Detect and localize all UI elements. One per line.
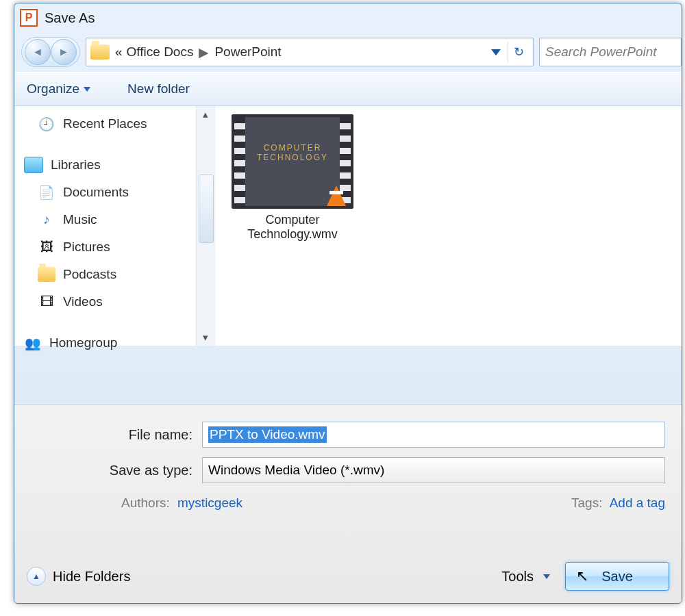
scroll-up-icon[interactable]: ▴ <box>197 106 214 123</box>
breadcrumb-prefix: « <box>115 44 123 60</box>
recent-places-icon: 🕘 <box>38 116 55 131</box>
authors-value[interactable]: mysticgeek <box>177 496 242 510</box>
sidebar-item-documents[interactable]: 📄 Documents <box>38 179 214 206</box>
authors-label: Authors: <box>121 496 170 510</box>
refresh-button[interactable]: ↻ <box>508 42 529 62</box>
toolbar: Organize New folder <box>14 72 682 106</box>
film-sprocket-icon <box>234 117 245 206</box>
tags-value[interactable]: Add a tag <box>610 496 665 510</box>
nav-row: ◄ ► « Office Docs ▶ PowerPoint ↻ Search … <box>14 32 682 72</box>
cursor-icon: ↖ <box>576 567 588 585</box>
window-title: Save As <box>45 10 95 26</box>
sidebar-item-libraries[interactable]: Libraries <box>24 151 214 179</box>
sidebar-item-label: Recent Places <box>63 116 147 131</box>
hide-folders-button[interactable]: Hide Folders <box>53 569 130 585</box>
libraries-icon <box>24 157 43 173</box>
vlc-cone-icon <box>326 185 347 207</box>
tags-label: Tags: <box>571 496 602 510</box>
save-as-type-value: Windows Media Video (*.wmv) <box>208 463 384 478</box>
chevron-down-icon <box>543 574 550 579</box>
collapse-icon[interactable]: ▲ <box>27 567 46 586</box>
sidebar-item-pictures[interactable]: 🖼 Pictures <box>38 233 214 261</box>
homegroup-icon: 👥 <box>24 335 42 350</box>
music-icon: ♪ <box>38 212 55 227</box>
file-name-value: PPTX to Video.wmv <box>208 426 327 443</box>
address-bar[interactable]: « Office Docs ▶ PowerPoint ↻ <box>86 38 534 66</box>
body: 🕘 Recent Places Libraries 📄 Documents <box>14 106 682 346</box>
organize-label: Organize <box>27 81 79 97</box>
file-item[interactable]: COMPUTER TECHNOLOGY Computer Technology.… <box>227 114 358 242</box>
metadata-row: Authors: mysticgeek Tags: Add a tag <box>121 496 665 511</box>
forward-button[interactable]: ► <box>51 39 77 65</box>
pictures-icon: 🖼 <box>38 240 55 255</box>
file-list[interactable]: COMPUTER TECHNOLOGY Computer Technology.… <box>215 106 682 346</box>
nav-scrollbar[interactable]: ▴ ▾ <box>196 106 214 346</box>
sidebar-item-label: Libraries <box>51 157 101 172</box>
file-name-label: File name: <box>31 427 202 443</box>
title-bar[interactable]: P Save As <box>14 3 682 32</box>
organize-menu[interactable]: Organize <box>27 81 90 97</box>
save-as-type-combo[interactable]: Windows Media Video (*.wmv) <box>202 457 665 483</box>
breadcrumb[interactable]: « Office Docs ▶ PowerPoint <box>115 44 282 60</box>
video-thumbnail: COMPUTER TECHNOLOGY <box>232 114 353 209</box>
sidebar-item-label: Podcasts <box>63 267 116 282</box>
sidebar-item-label: Music <box>63 212 97 227</box>
folder-icon <box>38 267 55 282</box>
file-name-input[interactable]: PPTX to Video.wmv <box>202 422 665 448</box>
sidebar-item-label: Documents <box>63 185 129 200</box>
nav-pane: 🕘 Recent Places Libraries 📄 Documents <box>14 106 215 346</box>
new-folder-button[interactable]: New folder <box>127 81 190 97</box>
chevron-right-icon: ▶ <box>199 44 209 60</box>
chevron-down-icon <box>84 87 90 92</box>
save-as-dialog: P Save As ◄ ► « Office Docs ▶ PowerPoint… <box>14 3 682 604</box>
videos-icon: 🎞 <box>38 294 55 309</box>
save-button-label: Save <box>601 569 633 585</box>
scroll-down-icon[interactable]: ▾ <box>197 329 214 346</box>
sidebar-item-recent-places[interactable]: 🕘 Recent Places <box>38 110 214 138</box>
sidebar-item-label: Homegroup <box>49 335 117 350</box>
back-button[interactable]: ◄ <box>25 39 51 65</box>
thumbnail-text: COMPUTER TECHNOLOGY <box>247 143 338 162</box>
sidebar-item-homegroup[interactable]: 👥 Homegroup <box>24 329 214 357</box>
scroll-thumb[interactable] <box>199 175 214 243</box>
search-placeholder: Search PowerPoint <box>545 44 657 60</box>
breadcrumb-segment[interactable]: Office Docs <box>127 44 194 60</box>
bottom-panel: File name: PPTX to Video.wmv Save as typ… <box>14 405 682 603</box>
file-name-label: Computer Technology.wmv <box>227 213 358 242</box>
folder-icon <box>90 44 110 60</box>
search-input[interactable]: Search PowerPoint <box>539 38 682 66</box>
sidebar-item-videos[interactable]: 🎞 Videos <box>38 288 214 316</box>
save-as-type-label: Save as type: <box>31 463 202 478</box>
address-dropdown-icon[interactable] <box>491 49 501 55</box>
sidebar-item-label: Videos <box>63 294 103 309</box>
tools-menu[interactable]: Tools <box>501 569 550 585</box>
nav-buttons: ◄ ► <box>21 37 80 67</box>
sidebar-item-podcasts[interactable]: Podcasts <box>38 261 214 288</box>
sidebar-item-music[interactable]: ♪ Music <box>38 206 214 233</box>
breadcrumb-segment[interactable]: PowerPoint <box>214 44 281 60</box>
tools-label: Tools <box>501 569 534 585</box>
powerpoint-icon: P <box>20 9 38 27</box>
sidebar-item-label: Pictures <box>63 240 110 255</box>
documents-icon: 📄 <box>38 185 55 200</box>
